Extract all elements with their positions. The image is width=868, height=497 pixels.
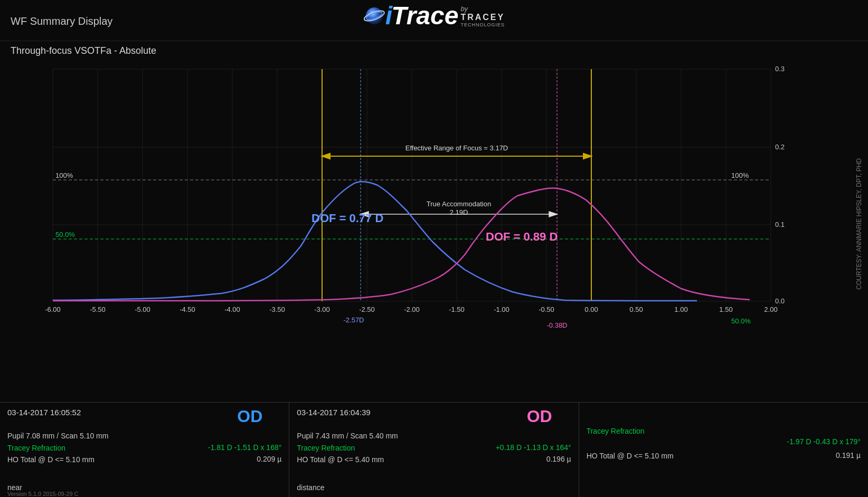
panel2-ho-row: HO Total @ D <= 5.40 mm 0.196 µ <box>297 455 571 464</box>
panel2-type: distance <box>297 483 324 492</box>
panel1-refraction-value: -1.81 D -1.51 D x 168° <box>208 443 281 452</box>
panel1-pupil: Pupil 7.08 mm / Scan 5.10 mm <box>7 432 281 440</box>
panel3-ho-row: HO Total @ D <= 5.10 mm 0.191 µ <box>587 451 861 461</box>
svg-text:50.0%: 50.0% <box>55 231 75 238</box>
svg-text:-0.38D: -0.38D <box>546 321 567 329</box>
logo-by: by <box>460 5 468 13</box>
svg-text:-5.00: -5.00 <box>135 305 150 313</box>
panel-2: 03-14-2017 16:04:39 OD Pupil 7.43 mm / S… <box>289 403 579 497</box>
svg-text:0.3: 0.3 <box>775 65 785 73</box>
svg-text:-4.50: -4.50 <box>180 305 195 313</box>
svg-text:0.00: 0.00 <box>584 305 598 313</box>
panel1-tracey-row: Tracey Refraction -1.81 D -1.51 D x 168° <box>7 443 281 453</box>
svg-text:-1.50: -1.50 <box>449 305 465 313</box>
logo-trace-text: Trace <box>391 3 458 28</box>
svg-text:DOF = 0.77 D: DOF = 0.77 D <box>312 212 383 225</box>
page-title: WF Summary Display <box>11 15 112 27</box>
panel2-tracey-row: Tracey Refraction +0.18 D -1.13 D x 164° <box>297 443 571 453</box>
svg-text:1.50: 1.50 <box>719 305 732 313</box>
panel3-ho-value: 0.191 µ <box>836 451 861 460</box>
panel2-ho-label: HO Total @ D <= 5.40 mm <box>297 455 384 464</box>
tracey-brand: by TRACEY TECHNOLOGIES <box>460 5 505 27</box>
panel1-ho-label: HO Total @ D <= 5.10 mm <box>7 455 95 464</box>
header: WF Summary Display i <box>0 0 868 41</box>
logo-brand: TRACEY <box>460 13 505 22</box>
bottom-panels: 03-14-2017 16:05:52 OD Pupil 7.08 mm / S… <box>0 402 868 497</box>
main-container: WF Summary Display i <box>0 0 868 497</box>
svg-rect-3 <box>11 59 834 333</box>
panel2-od-label: OD <box>527 407 552 426</box>
planet-icon <box>363 5 385 27</box>
panel1-od-label: OD <box>237 407 262 426</box>
panel3-tracey-label: Tracey Refraction <box>587 427 645 435</box>
panel-3: Tracey Refraction -1.97 D -0.43 D x 179°… <box>579 403 868 497</box>
panel1-ho-value: 0.209 µ <box>257 455 281 463</box>
svg-text:-2.50: -2.50 <box>359 305 375 313</box>
chart-subtitle: Through-focus VSOTFa - Absolute <box>0 41 868 59</box>
panel3-refraction-value: -1.97 D -0.43 D x 179° <box>787 437 861 446</box>
logo-area: i Trace by TRACEY TECHNOLOGIES <box>363 3 505 28</box>
svg-text:-1.00: -1.00 <box>494 305 510 313</box>
chart-svg: -6.00 -5.50 -5.00 -4.50 -4.00 -3.50 -3.0… <box>11 59 834 333</box>
side-text: COURTESY: ANNMARIE HIPSLEY, DPT, PHD <box>855 158 863 290</box>
logo-wrapper: i Trace by TRACEY TECHNOLOGIES <box>363 3 505 28</box>
panel1-ho-row: HO Total @ D <= 5.10 mm 0.209 µ <box>7 455 281 464</box>
svg-text:0.50: 0.50 <box>629 305 643 313</box>
svg-text:-2.57D: -2.57D <box>343 316 364 324</box>
svg-text:0.2: 0.2 <box>775 143 785 151</box>
svg-text:-6.00: -6.00 <box>45 305 61 313</box>
panel2-refraction-value: +0.18 D -1.13 D x 164° <box>496 443 571 452</box>
panel1-tracey-label: Tracey Refraction <box>7 444 65 452</box>
panel3-ho-label: HO Total @ D <= 5.10 mm <box>587 452 674 460</box>
svg-text:100%: 100% <box>55 171 73 179</box>
panel1-version: Version 5.1.0 2015-09-29 C <box>7 491 79 497</box>
svg-text:-3.50: -3.50 <box>269 305 285 313</box>
panel3-tracey-header: Tracey Refraction <box>587 427 861 435</box>
svg-text:Effective Range of Focus = 3.1: Effective Range of Focus = 3.17D <box>405 144 508 152</box>
svg-text:0.1: 0.1 <box>775 221 785 228</box>
panel2-ho-value: 0.196 µ <box>546 455 571 463</box>
svg-text:0.0: 0.0 <box>775 297 785 305</box>
svg-text:DOF = 0.89 D: DOF = 0.89 D <box>486 230 558 243</box>
logo-sub: TECHNOLOGIES <box>460 22 505 27</box>
svg-text:-4.00: -4.00 <box>224 305 240 313</box>
svg-text:2.00: 2.00 <box>764 305 777 313</box>
panel-1: 03-14-2017 16:05:52 OD Pupil 7.08 mm / S… <box>0 403 289 497</box>
svg-text:-0.50: -0.50 <box>539 305 554 313</box>
svg-text:-5.50: -5.50 <box>90 305 106 313</box>
svg-text:50.0%: 50.0% <box>731 317 751 325</box>
svg-text:-2.00: -2.00 <box>404 305 420 313</box>
svg-text:1.00: 1.00 <box>674 305 687 313</box>
svg-text:100%: 100% <box>731 171 749 179</box>
chart-area: -6.00 -5.50 -5.00 -4.50 -4.00 -3.50 -3.0… <box>11 59 855 343</box>
panel2-tracey-label: Tracey Refraction <box>297 444 355 452</box>
svg-text:True Accommodation: True Accommodation <box>427 200 491 208</box>
panel2-pupil: Pupil 7.43 mm / Scan 5.40 mm <box>297 432 571 440</box>
svg-text:2.19D: 2.19D <box>450 208 468 216</box>
svg-text:-3.00: -3.00 <box>314 305 330 313</box>
